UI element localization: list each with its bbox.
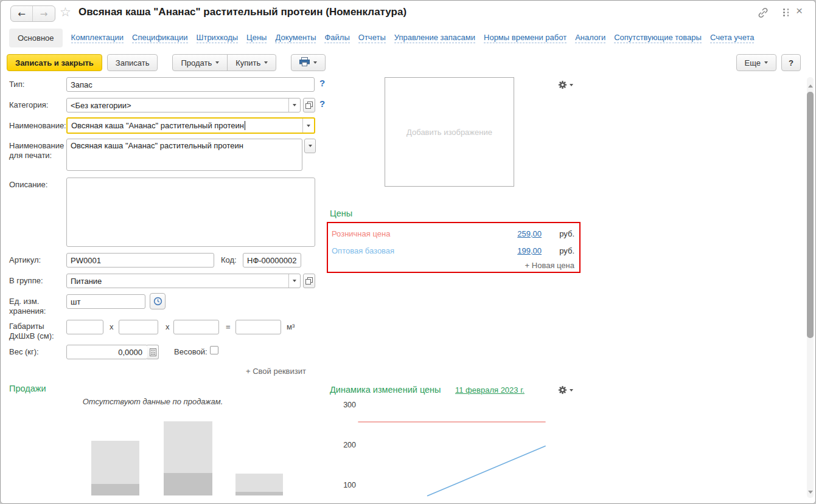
weight-input[interactable] bbox=[66, 345, 148, 359]
open-form-icon bbox=[305, 277, 313, 285]
chevron-down-icon bbox=[570, 389, 573, 392]
price-currency: руб. bbox=[559, 246, 574, 255]
unit-input[interactable] bbox=[66, 294, 145, 309]
forward-button[interactable]: → bbox=[33, 6, 55, 21]
volume-input[interactable] bbox=[235, 320, 281, 334]
bar bbox=[235, 474, 283, 495]
equals-sign: = bbox=[226, 322, 231, 331]
print-button[interactable] bbox=[291, 54, 326, 71]
more-menu-icon[interactable] bbox=[783, 9, 789, 17]
calculator-icon bbox=[150, 348, 156, 356]
tab-faily[interactable]: Файлы bbox=[324, 33, 349, 43]
new-price-link[interactable]: + Новая цена bbox=[525, 261, 574, 270]
bar bbox=[91, 441, 139, 495]
chart-settings-button[interactable] bbox=[558, 385, 573, 395]
close-icon[interactable]: × bbox=[796, 4, 803, 18]
tab-bar: Основное Комплектации Спецификации Штрих… bbox=[9, 27, 785, 48]
group-dropdown-icon[interactable] bbox=[288, 274, 300, 288]
favorites-star-icon[interactable]: ☆ bbox=[60, 5, 71, 19]
group-input[interactable]: Питание bbox=[66, 274, 301, 288]
tab-normy-vremeni-rabot[interactable]: Нормы времени работ bbox=[484, 33, 567, 43]
name-label: Наименование: bbox=[9, 121, 66, 131]
dimension-length-input[interactable] bbox=[66, 320, 103, 334]
window: ← → ☆ Овсяная каша "Ананас" растительный… bbox=[0, 0, 816, 504]
category-input[interactable]: <Без категории> bbox=[66, 98, 301, 112]
tab-komplektacii[interactable]: Комплектации bbox=[71, 33, 124, 43]
volume-unit-label: м³ bbox=[287, 322, 295, 331]
dimension-height-input[interactable] bbox=[173, 320, 219, 334]
price-row: Розничная цена 259,00 руб. bbox=[328, 227, 579, 241]
description-textarea[interactable] bbox=[66, 178, 315, 247]
prices-header: Цены bbox=[330, 209, 352, 218]
tab-scheta-ucheta[interactable]: Счета учета bbox=[710, 33, 755, 43]
chevron-down-icon bbox=[764, 61, 768, 64]
unit-history-button[interactable] bbox=[150, 293, 166, 309]
type-input[interactable] bbox=[66, 77, 315, 92]
tab-soputstvuyushchie-tovary[interactable]: Сопутствующие товары bbox=[614, 33, 702, 43]
name-dropdown-icon[interactable] bbox=[302, 119, 314, 133]
product-image-placeholder[interactable]: Добавить изображение bbox=[385, 77, 514, 187]
code-input[interactable] bbox=[243, 253, 301, 268]
dimension-width-input[interactable] bbox=[119, 320, 158, 334]
scroll-up-icon[interactable] bbox=[808, 85, 813, 88]
chevron-down-icon bbox=[264, 61, 268, 64]
weight-label: Вес (кг): bbox=[9, 347, 39, 357]
sku-label: Артикул: bbox=[9, 255, 41, 265]
price-value-link[interactable]: 259,00 bbox=[517, 229, 542, 238]
y-tick: 100 bbox=[339, 481, 356, 489]
price-dynamics-date-link[interactable]: 11 февраля 2023 г. bbox=[455, 385, 525, 395]
weighted-checkbox[interactable] bbox=[210, 346, 218, 354]
wholesale-price-line bbox=[428, 446, 545, 496]
type-help-icon[interactable]: ? bbox=[319, 78, 325, 88]
buy-button[interactable]: Купить bbox=[227, 54, 276, 71]
custom-attribute-link[interactable]: + Свой реквизит bbox=[246, 367, 306, 376]
print-name-label: Наименование для печати: bbox=[9, 141, 66, 161]
copy-link-icon[interactable] bbox=[757, 7, 769, 20]
price-name: Оптовая базовая bbox=[332, 246, 394, 255]
image-settings-button[interactable] bbox=[558, 80, 573, 89]
type-label: Тип: bbox=[9, 80, 24, 89]
price-value-link[interactable]: 199,00 bbox=[517, 246, 542, 255]
print-name-textarea[interactable]: Овсяная каша "Ананас" растительный проте… bbox=[66, 139, 302, 171]
more-button[interactable]: Еще bbox=[736, 54, 776, 71]
sku-input[interactable] bbox=[66, 253, 214, 268]
help-button[interactable]: ? bbox=[781, 54, 801, 71]
save-close-button[interactable]: Записать и закрыть bbox=[7, 54, 102, 71]
tab-ceny[interactable]: Цены bbox=[246, 33, 267, 43]
printer-icon bbox=[299, 57, 310, 68]
category-dropdown-icon[interactable] bbox=[288, 98, 300, 112]
tab-osnovnoe[interactable]: Основное bbox=[9, 29, 63, 47]
category-help-icon[interactable]: ? bbox=[319, 98, 325, 109]
chevron-down-icon bbox=[570, 84, 573, 86]
save-button[interactable]: Записать bbox=[107, 54, 158, 71]
tab-specifikacii[interactable]: Спецификации bbox=[132, 33, 188, 43]
multiply-sign: x bbox=[166, 322, 170, 331]
price-currency: руб. bbox=[559, 229, 574, 238]
price-dynamics-header: Динамика изменений цены bbox=[330, 385, 441, 395]
code-label: Код: bbox=[221, 255, 237, 265]
sell-button[interactable]: Продать bbox=[172, 54, 228, 71]
weight-calculator-button[interactable] bbox=[147, 345, 159, 359]
price-dynamics-plot bbox=[357, 399, 551, 502]
tab-otchety[interactable]: Отчеты bbox=[358, 33, 386, 43]
scroll-down-icon[interactable] bbox=[808, 491, 813, 494]
page-title: Овсяная каша "Ананас" растительный проте… bbox=[78, 6, 406, 18]
group-open-button[interactable] bbox=[303, 274, 315, 288]
price-row: Оптовая базовая 199,00 руб. bbox=[328, 244, 579, 258]
chevron-down-icon bbox=[215, 61, 219, 64]
scrollbar-thumb[interactable] bbox=[807, 92, 814, 338]
bar bbox=[164, 421, 212, 495]
tab-dokumenty[interactable]: Документы bbox=[275, 33, 316, 43]
print-name-dropdown-button[interactable] bbox=[304, 139, 316, 153]
category-open-button[interactable] bbox=[303, 98, 315, 112]
sales-empty-text: Отсутствуют данные по продажам. bbox=[43, 397, 262, 406]
price-name: Розничная цена bbox=[332, 229, 390, 238]
tab-analogi[interactable]: Аналоги bbox=[575, 33, 605, 43]
back-button[interactable]: ← bbox=[11, 6, 33, 21]
text-cursor bbox=[245, 121, 245, 130]
tab-upravlenie-zapasami[interactable]: Управление запасами bbox=[394, 33, 475, 43]
prices-box: Розничная цена 259,00 руб. Оптовая базов… bbox=[327, 222, 581, 273]
tab-shtrihkody[interactable]: Штрихкоды bbox=[197, 33, 239, 43]
dimensions-label: Габариты ДхШхВ (см): bbox=[9, 322, 66, 341]
name-input[interactable]: Овсяная каша "Ананас" растительный проте… bbox=[66, 117, 315, 134]
